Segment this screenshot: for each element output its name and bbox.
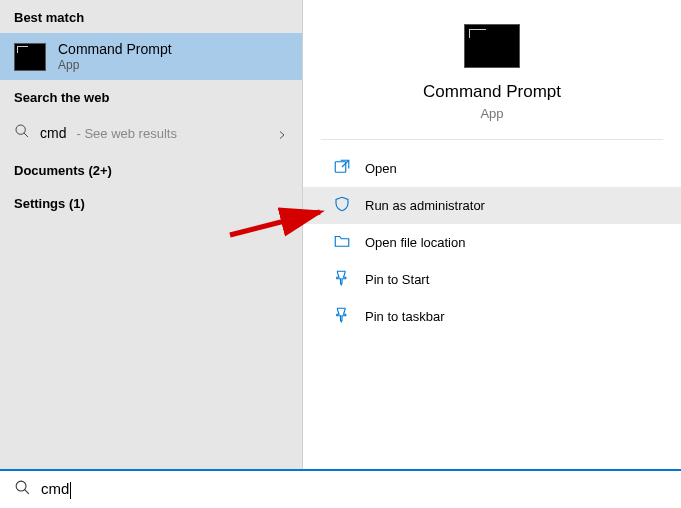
preview-section: Command Prompt App bbox=[321, 0, 663, 140]
search-icon bbox=[14, 479, 31, 500]
preview-panel: Command Prompt App Open Run as administr… bbox=[302, 0, 681, 469]
search-web-header: Search the web bbox=[0, 80, 302, 113]
folder-icon bbox=[333, 232, 351, 253]
shield-icon bbox=[333, 195, 351, 216]
command-prompt-large-icon bbox=[464, 24, 520, 68]
action-pin-start-label: Pin to Start bbox=[365, 272, 429, 287]
action-pin-to-taskbar[interactable]: Pin to taskbar bbox=[303, 298, 681, 335]
command-prompt-icon bbox=[14, 43, 46, 71]
preview-subtitle: App bbox=[480, 106, 503, 121]
settings-header[interactable]: Settings (1) bbox=[0, 186, 302, 219]
result-command-prompt[interactable]: Command Prompt App bbox=[0, 33, 302, 80]
svg-point-0 bbox=[16, 125, 25, 134]
svg-rect-2 bbox=[335, 162, 346, 173]
best-match-header: Best match bbox=[0, 0, 302, 33]
actions-list: Open Run as administrator Open file loca… bbox=[303, 140, 681, 345]
search-input[interactable]: cmd bbox=[41, 480, 71, 499]
search-results-panel: Best match Command Prompt App Search the… bbox=[0, 0, 302, 469]
chevron-right-icon bbox=[276, 127, 288, 139]
web-hint-text: - See web results bbox=[76, 126, 176, 141]
web-query-text: cmd bbox=[40, 125, 66, 141]
pin-taskbar-icon bbox=[333, 306, 351, 327]
search-bar[interactable]: cmd bbox=[0, 471, 681, 508]
text-cursor bbox=[70, 482, 71, 499]
action-run-as-administrator[interactable]: Run as administrator bbox=[303, 187, 681, 224]
search-web-item[interactable]: cmd - See web results bbox=[0, 113, 302, 153]
action-open-label: Open bbox=[365, 161, 397, 176]
action-location-label: Open file location bbox=[365, 235, 465, 250]
documents-header[interactable]: Documents (2+) bbox=[0, 153, 302, 186]
result-title: Command Prompt bbox=[58, 41, 172, 57]
action-open-file-location[interactable]: Open file location bbox=[303, 224, 681, 261]
svg-point-5 bbox=[16, 481, 26, 491]
action-pin-to-start[interactable]: Pin to Start bbox=[303, 261, 681, 298]
open-icon bbox=[333, 158, 351, 179]
pin-icon bbox=[333, 269, 351, 290]
result-text: Command Prompt App bbox=[58, 41, 172, 72]
search-icon bbox=[14, 123, 30, 143]
svg-line-1 bbox=[24, 133, 28, 137]
svg-line-6 bbox=[25, 490, 29, 494]
result-subtitle: App bbox=[58, 58, 172, 72]
action-open[interactable]: Open bbox=[303, 150, 681, 187]
preview-title: Command Prompt bbox=[423, 82, 561, 102]
action-run-admin-label: Run as administrator bbox=[365, 198, 485, 213]
action-pin-taskbar-label: Pin to taskbar bbox=[365, 309, 445, 324]
